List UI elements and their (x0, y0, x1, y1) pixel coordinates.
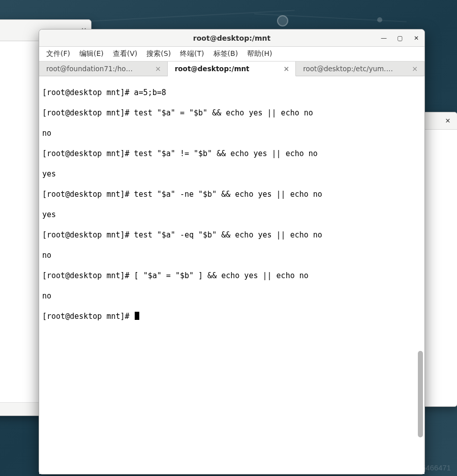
close-icon: ✕ (414, 35, 419, 42)
terminal-line: no (42, 291, 421, 301)
window-title: root@desktop:/mnt (39, 34, 424, 42)
minimize-button[interactable]: — (380, 34, 388, 42)
terminal-titlebar[interactable]: root@desktop:/mnt — ▢ ✕ (39, 29, 424, 47)
terminal-line: yes (42, 169, 421, 179)
terminal-window: root@desktop:/mnt — ▢ ✕ 文件(F) 编辑(E) 查看(V… (39, 29, 425, 474)
terminal-line: [root@desktop mnt]# a=5;b=8 (42, 87, 421, 98)
wallpaper-node (277, 15, 288, 26)
cursor-icon (135, 312, 139, 320)
menu-view[interactable]: 查看(V) (109, 48, 142, 60)
tab-label: root@foundation71:/ho… (46, 65, 133, 73)
terminal-line: no (42, 250, 421, 260)
terminal-prompt-line: [root@desktop mnt]# (42, 311, 421, 321)
menubar: 文件(F) 编辑(E) 查看(V) 搜索(S) 终端(T) 标签(B) 帮助(H… (39, 47, 424, 61)
menu-tabs[interactable]: 标签(B) (209, 48, 242, 60)
terminal-output[interactable]: [root@desktop mnt]# a=5;b=8 [root@deskto… (39, 76, 424, 474)
tab-desktop-mnt[interactable]: root@desktop:/mnt × (168, 62, 296, 76)
scroll-thumb[interactable] (418, 351, 423, 437)
wallpaper-line (92, 10, 295, 22)
window-controls: — ▢ ✕ (380, 29, 420, 46)
terminal-line: yes (42, 210, 421, 220)
tab-label: root@desktop:/mnt (175, 65, 250, 73)
maximize-button[interactable]: ▢ (396, 34, 404, 42)
terminal-line: [root@desktop mnt]# [ "$a" = "$b" ] && e… (42, 271, 421, 281)
menu-search[interactable]: 搜索(S) (142, 48, 175, 60)
menu-help[interactable]: 帮助(H) (243, 48, 276, 60)
terminal-line: no (42, 128, 421, 138)
close-button[interactable]: ✕ (412, 34, 420, 42)
menu-terminal[interactable]: 终端(T) (176, 48, 208, 60)
tab-close-icon[interactable]: × (411, 65, 419, 73)
close-icon[interactable]: ✕ (444, 117, 452, 125)
menu-file[interactable]: 文件(F) (42, 48, 74, 60)
terminal-line: [root@desktop mnt]# test "$a" -ne "$b" &… (42, 189, 421, 199)
terminal-line: [root@desktop mnt]# test "$a" -eq "$b" &… (42, 230, 421, 240)
tab-close-icon[interactable]: × (283, 65, 291, 73)
tabbar: root@foundation71:/ho… × root@desktop:/m… (39, 61, 424, 76)
wallpaper-node (377, 17, 382, 22)
minimize-icon: — (381, 35, 387, 42)
terminal-line: [root@desktop mnt]# test "$a" != "$b" &&… (42, 148, 421, 159)
tab-desktop-etc-yum[interactable]: root@desktop:/etc/yum.… × (296, 62, 424, 76)
menu-edit[interactable]: 编辑(E) (75, 48, 108, 60)
terminal-line: [root@desktop mnt]# test "$a" = "$b" && … (42, 108, 421, 118)
maximize-icon: ▢ (397, 35, 403, 42)
tab-close-icon[interactable]: × (154, 65, 162, 73)
tab-foundation71[interactable]: root@foundation71:/ho… × (39, 62, 168, 76)
scrollbar[interactable] (417, 76, 423, 474)
prompt: [root@desktop mnt]# (42, 312, 134, 321)
tab-label: root@desktop:/etc/yum.… (303, 65, 393, 73)
